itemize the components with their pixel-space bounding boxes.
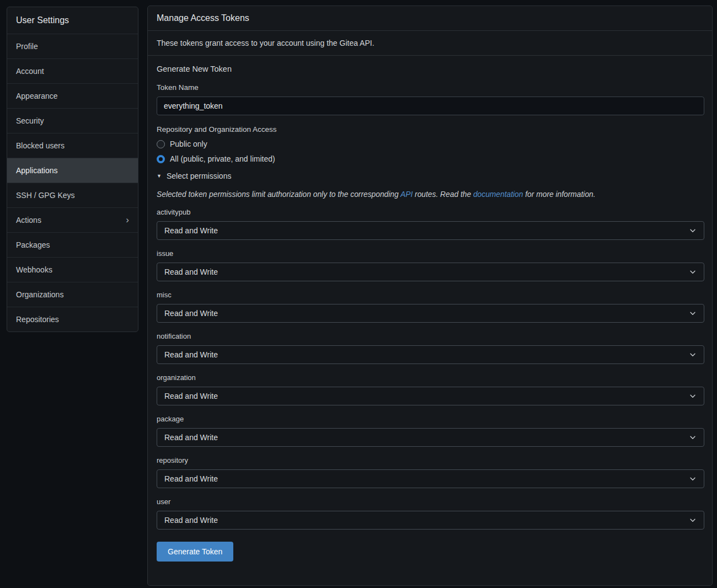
select-permissions-toggle[interactable]: ▼ Select permissions bbox=[157, 172, 231, 180]
permission-group: user Read and Write bbox=[157, 498, 703, 530]
permission-select-value: Read and Write bbox=[164, 268, 218, 276]
permission-groups: activitypub Read and Write issue Read an… bbox=[157, 208, 703, 530]
sidebar-item-appearance[interactable]: Appearance bbox=[7, 83, 138, 108]
permission-select-organization[interactable]: Read and Write bbox=[157, 387, 704, 405]
settings-sidebar: User Settings Profile Account Appearance… bbox=[7, 7, 138, 332]
sidebar-item-actions[interactable]: Actions › bbox=[7, 207, 138, 232]
permission-select-value: Read and Write bbox=[164, 474, 218, 483]
radio-icon bbox=[157, 140, 165, 148]
radio-public-only-label: Public only bbox=[170, 140, 207, 148]
chevron-down-icon bbox=[689, 392, 697, 400]
note-text: routes. Read the bbox=[413, 190, 473, 199]
permission-group: organization Read and Write bbox=[157, 373, 703, 405]
chevron-down-icon bbox=[689, 309, 697, 317]
manage-access-tokens-panel: Manage Access Tokens These tokens grant … bbox=[147, 6, 713, 586]
permission-group: notification Read and Write bbox=[157, 332, 703, 364]
permission-name-label: misc bbox=[157, 291, 703, 299]
permission-select-value: Read and Write bbox=[164, 433, 218, 442]
permission-group: issue Read and Write bbox=[157, 249, 703, 281]
token-name-label: Token Name bbox=[157, 83, 703, 92]
sidebar-title: User Settings bbox=[7, 7, 138, 34]
permission-group: repository Read and Write bbox=[157, 456, 703, 488]
select-permissions-label: Select permissions bbox=[167, 172, 232, 180]
sidebar-item-label: Organizations bbox=[16, 290, 63, 299]
chevron-right-icon: › bbox=[126, 215, 129, 224]
api-link[interactable]: API bbox=[400, 190, 413, 199]
permission-group: package Read and Write bbox=[157, 415, 703, 447]
chevron-down-icon bbox=[689, 475, 697, 483]
sidebar-item-label: Repositories bbox=[16, 315, 59, 324]
permission-name-label: repository bbox=[157, 456, 703, 464]
radio-public-only[interactable]: Public only bbox=[157, 140, 207, 148]
radio-all-access[interactable]: All (public, private, and limited) bbox=[157, 154, 275, 163]
permission-select-value: Read and Write bbox=[164, 350, 218, 359]
permission-select-value: Read and Write bbox=[164, 392, 218, 400]
sidebar-item-label: Account bbox=[16, 67, 44, 76]
sidebar-item-security[interactable]: Security bbox=[7, 108, 138, 133]
permission-select-misc[interactable]: Read and Write bbox=[157, 304, 704, 323]
sidebar-item-label: Appearance bbox=[16, 92, 58, 100]
caret-down-icon: ▼ bbox=[157, 173, 162, 179]
sidebar-item-organizations[interactable]: Organizations bbox=[7, 282, 138, 307]
sidebar-item-label: Profile bbox=[16, 42, 38, 51]
permission-group: activitypub Read and Write bbox=[157, 208, 703, 240]
sidebar-item-label: Packages bbox=[16, 240, 50, 249]
permission-select-user[interactable]: Read and Write bbox=[157, 511, 704, 530]
note-text: Selected token permissions limit authori… bbox=[157, 190, 400, 199]
documentation-link[interactable]: documentation bbox=[473, 190, 523, 199]
permission-name-label: package bbox=[157, 415, 703, 423]
tokens-description: These tokens grant access to your accoun… bbox=[148, 31, 712, 56]
sidebar-item-label: Actions bbox=[16, 216, 41, 224]
permission-select-notification[interactable]: Read and Write bbox=[157, 345, 704, 364]
sidebar-item-packages[interactable]: Packages bbox=[7, 232, 138, 257]
sidebar-item-label: Blocked users bbox=[16, 141, 65, 150]
radio-selected-icon bbox=[157, 155, 165, 163]
permission-select-repository[interactable]: Read and Write bbox=[157, 469, 704, 488]
generate-new-token-title: Generate New Token bbox=[157, 65, 703, 73]
chevron-down-icon bbox=[689, 351, 697, 359]
note-text: for more information. bbox=[523, 190, 595, 199]
chevron-down-icon bbox=[689, 227, 697, 234]
sidebar-item-label: Security bbox=[16, 116, 44, 125]
permission-select-value: Read and Write bbox=[164, 516, 218, 525]
generate-token-button[interactable]: Generate Token bbox=[157, 542, 233, 562]
chevron-down-icon bbox=[689, 268, 697, 276]
page-title: Manage Access Tokens bbox=[148, 6, 712, 31]
permission-select-activitypub[interactable]: Read and Write bbox=[157, 221, 704, 240]
generate-token-form: Generate New Token Token Name Repository… bbox=[148, 56, 712, 570]
sidebar-item-label: Webhooks bbox=[16, 265, 52, 274]
permission-name-label: user bbox=[157, 498, 703, 506]
sidebar-item-applications[interactable]: Applications bbox=[7, 158, 138, 183]
sidebar-item-label: SSH / GPG Keys bbox=[16, 191, 75, 200]
permission-select-value: Read and Write bbox=[164, 309, 218, 318]
permission-select-issue[interactable]: Read and Write bbox=[157, 263, 704, 281]
permission-name-label: organization bbox=[157, 373, 703, 382]
radio-all-access-label: All (public, private, and limited) bbox=[170, 154, 275, 163]
chevron-down-icon bbox=[689, 516, 697, 524]
permission-select-package[interactable]: Read and Write bbox=[157, 428, 704, 447]
sidebar-item-account[interactable]: Account bbox=[7, 58, 138, 83]
permissions-note: Selected token permissions limit authori… bbox=[157, 190, 703, 199]
permission-name-label: notification bbox=[157, 332, 703, 340]
permission-select-value: Read and Write bbox=[164, 226, 218, 235]
sidebar-item-webhooks[interactable]: Webhooks bbox=[7, 257, 138, 282]
repo-org-access-label: Repository and Organization Access bbox=[157, 125, 703, 133]
sidebar-item-list: Profile Account Appearance Security Bloc… bbox=[7, 34, 138, 332]
sidebar-item-ssh-gpg-keys[interactable]: SSH / GPG Keys bbox=[7, 183, 138, 207]
sidebar-item-profile[interactable]: Profile bbox=[7, 34, 138, 58]
sidebar-item-repositories[interactable]: Repositories bbox=[7, 307, 138, 332]
chevron-down-icon bbox=[689, 434, 697, 441]
permission-group: misc Read and Write bbox=[157, 291, 703, 323]
sidebar-item-label: Applications bbox=[16, 166, 58, 175]
sidebar-item-blocked-users[interactable]: Blocked users bbox=[7, 133, 138, 158]
token-name-input[interactable] bbox=[157, 97, 704, 115]
permission-name-label: activitypub bbox=[157, 208, 703, 216]
permission-name-label: issue bbox=[157, 249, 703, 258]
